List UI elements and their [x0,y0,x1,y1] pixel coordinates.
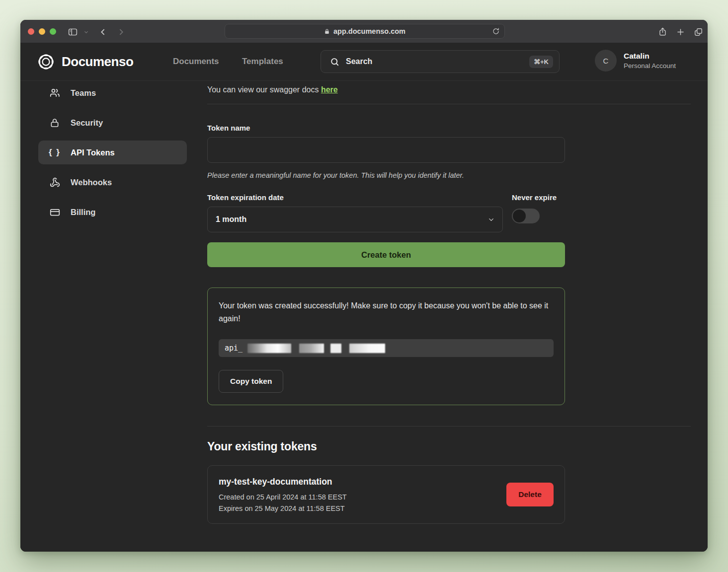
account-type: Personal Account [624,62,676,70]
brand[interactable]: Documenso [37,53,133,71]
sidebar-toggle-icon[interactable] [67,26,79,38]
redacted-token-segment [330,344,341,353]
redacted-token-segment [299,344,324,353]
create-token-button[interactable]: Create token [207,242,565,267]
never-expire-toggle[interactable] [512,209,540,223]
redacted-token-segment [349,344,385,353]
new-tab-icon[interactable] [674,26,686,38]
token-prefix: api_ [225,344,243,353]
token-expires-date: Expires on 25 May 2024 at 11:58 EEST [219,504,347,512]
documenso-app: Documenso Documents Templates Search ⌘+K… [20,43,708,552]
nav-documents[interactable]: Documents [173,57,219,67]
copy-token-button[interactable]: Copy token [219,370,283,393]
app-body: Teams Security { } API Tokens [20,81,708,524]
close-window-button[interactable] [28,28,34,35]
chevron-down-icon [487,216,495,223]
divider [207,426,691,427]
share-icon[interactable] [656,26,668,38]
search-shortcut-badge: ⌘+K [529,56,553,68]
expiration-select[interactable]: 1 month [207,207,503,232]
search-input[interactable]: Search ⌘+K [321,50,560,73]
settings-sidebar: Teams Security { } API Tokens [38,81,187,524]
search-icon [330,57,339,67]
existing-tokens-heading: Your existing tokens [207,440,691,453]
sidebar-item-billing[interactable]: Billing [38,200,187,224]
sidebar-item-label: Teams [71,88,96,98]
expiration-value: 1 month [216,215,246,224]
url-text: app.documenso.com [333,27,405,35]
sidebar-item-webhooks[interactable]: Webhooks [38,170,187,194]
expiration-row: Token expiration date 1 month Never expi… [207,193,565,232]
token-name-input[interactable] [207,137,565,163]
token-created-message: Your token was created successfully! Mak… [219,299,554,325]
expiration-label: Token expiration date [207,193,503,202]
lock-icon [49,118,61,128]
lock-icon [324,28,330,35]
create-token-form: Token name Please enter a meaningful nam… [207,124,565,405]
swagger-docs-line: You can view our swagger docs here [207,85,691,94]
sidebar-item-label: Webhooks [71,178,112,187]
token-name-help: Please enter a meaningful name for your … [207,171,565,179]
brand-name: Documenso [62,54,133,70]
swagger-docs-link[interactable]: here [321,85,338,94]
token-value-field[interactable]: api_ [219,339,554,357]
sidebar-item-api-tokens[interactable]: { } API Tokens [38,141,187,164]
browser-window: app.documenso.com [20,20,708,552]
address-bar[interactable]: app.documenso.com [225,24,505,39]
sidebar-item-label: API Tokens [71,148,115,157]
chevron-down-icon[interactable] [82,26,90,38]
documenso-logo-icon [37,53,55,71]
api-tokens-page: You can view our swagger docs here Token… [207,81,691,524]
tab-overview-icon[interactable] [692,26,704,38]
divider [207,104,691,104]
sidebar-item-teams[interactable]: Teams [38,81,187,105]
users-icon [49,88,61,98]
back-button[interactable] [97,26,109,38]
token-created-date: Created on 25 April 2024 at 11:58 EEST [219,493,347,501]
credit-card-icon [49,207,61,217]
account-name: Catalin [624,52,676,61]
browser-toolbar: app.documenso.com [20,20,708,43]
braces-icon: { } [49,147,61,157]
forward-button[interactable] [115,26,127,38]
swagger-docs-text: You can view our swagger docs [207,85,321,94]
sidebar-item-security[interactable]: Security [38,111,187,135]
toggle-knob [513,210,526,222]
zoom-window-button[interactable] [50,28,56,35]
app-header: Documenso Documents Templates Search ⌘+K… [20,43,708,81]
token-created-panel: Your token was created successfully! Mak… [207,287,565,405]
account-menu[interactable]: C Catalin Personal Account [595,50,676,72]
sidebar-item-label: Billing [71,208,95,217]
minimize-window-button[interactable] [39,28,45,35]
avatar: C [595,50,617,72]
redacted-token-segment [247,344,291,353]
nav-templates[interactable]: Templates [242,57,283,67]
never-expire-label: Never expire [512,193,557,202]
webhook-icon [49,177,61,188]
delete-token-button[interactable]: Delete [506,483,554,506]
reload-icon[interactable] [492,27,500,35]
sidebar-item-label: Security [71,118,103,128]
token-name: my-test-key-documentation [219,477,347,487]
token-card: my-test-key-documentation Created on 25 … [207,465,565,524]
token-name-label: Token name [207,124,565,132]
search-placeholder: Search [346,57,372,66]
